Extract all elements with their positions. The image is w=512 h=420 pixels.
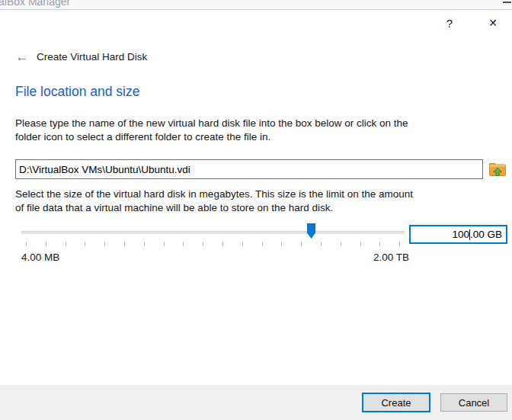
dialog-header: ← Create Virtual Hard Disk (0, 47, 512, 67)
size-value-field[interactable]: 100 .00 GB (409, 225, 507, 244)
cancel-button[interactable]: Cancel (440, 393, 507, 412)
help-button[interactable]: ? (438, 12, 461, 34)
slider-groove[interactable] (21, 231, 405, 234)
dialog-title: Create Virtual Hard Disk (37, 51, 147, 63)
background-window-titlebar: alBox Manager (0, 0, 512, 10)
dialog-footer: Create Cancel (0, 385, 512, 420)
create-virtual-hard-disk-dialog: ? ✕ ← Create Virtual Hard Disk File loca… (0, 11, 512, 420)
close-icon[interactable]: ✕ (482, 12, 504, 34)
file-path-input[interactable] (15, 159, 483, 179)
slider-ticks (26, 242, 402, 246)
create-button[interactable]: Create (362, 393, 430, 412)
background-minimize-icon (503, 2, 511, 3)
slider-max-label: 2.00 TB (373, 252, 409, 263)
size-value-fraction: .00 GB (470, 229, 502, 240)
slider-handle-icon[interactable] (307, 223, 315, 239)
size-value-integer: 100 (452, 229, 469, 240)
file-location-description: Please type the name of the new virtual … (15, 117, 503, 143)
size-description: Select the size of the virtual hard disk… (15, 188, 503, 214)
slider-scale-labels: 4.00 MB 2.00 TB (21, 252, 409, 263)
choose-folder-button[interactable] (488, 159, 507, 179)
background-window-title: alBox Manager (0, 0, 70, 8)
page-title: File location and size (15, 84, 139, 100)
back-arrow-icon[interactable]: ← (12, 49, 32, 66)
slider-min-label: 4.00 MB (21, 252, 59, 263)
folder-icon (488, 161, 507, 178)
